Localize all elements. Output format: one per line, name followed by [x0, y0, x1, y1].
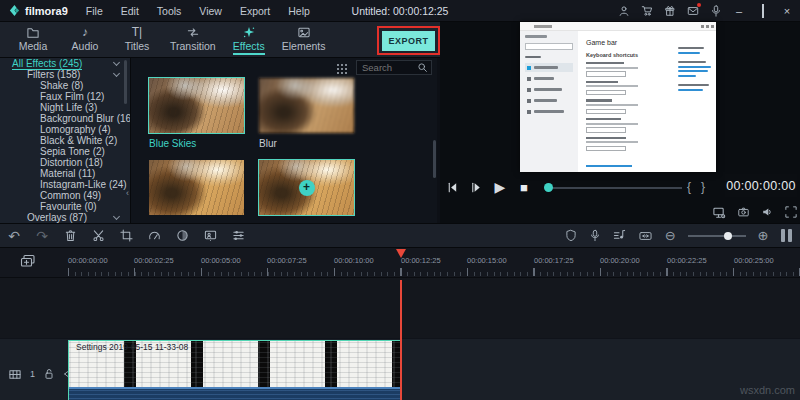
category-shake[interactable]: Shake (8)	[0, 80, 130, 91]
redo-button[interactable]: ↷	[28, 229, 56, 243]
minimize-button[interactable]: –	[732, 5, 746, 17]
settings-content: Game bar Keyboard shortcuts	[578, 31, 716, 172]
project-title: Untitled: 00:00:12:25	[250, 5, 550, 17]
timeline-zoom-slider[interactable]	[688, 231, 746, 241]
category-overlays[interactable]: Overlays (87)	[0, 212, 130, 223]
seek-track	[550, 187, 682, 189]
tab-titles[interactable]: T| Titles	[118, 22, 156, 58]
effect-thumbnail-blue-skies[interactable]	[149, 78, 244, 133]
category-all-effects[interactable]: All Effects (245)	[0, 58, 130, 69]
color-correction-icon[interactable]	[168, 229, 196, 242]
category-instagram-like[interactable]: Instagram-Like (24)	[0, 179, 130, 190]
tab-elements[interactable]: Elements	[282, 22, 326, 58]
search-input[interactable]	[357, 62, 417, 73]
account-icon[interactable]	[617, 5, 630, 18]
effects-panel: All Effects (245) Filters (158) Shake (8…	[0, 58, 437, 223]
filmora-logo-icon	[8, 4, 21, 17]
menu-view[interactable]: View	[199, 5, 222, 17]
speed-icon[interactable]	[140, 229, 168, 242]
cart-icon[interactable]	[640, 5, 653, 18]
category-material[interactable]: Material (11)	[0, 168, 130, 179]
add-effect-icon[interactable]: +	[299, 180, 315, 196]
playhead-line[interactable]	[400, 280, 402, 400]
category-black-white[interactable]: Black & White (2)	[0, 135, 130, 146]
split-scissors-icon[interactable]	[84, 229, 112, 242]
effect-thumbnail[interactable]	[149, 160, 244, 215]
effects-grid-scrollbar[interactable]	[433, 140, 436, 178]
edit-toolbar: ↶ ↷	[0, 223, 800, 248]
grid-view-icon[interactable]	[335, 62, 349, 76]
category-night-life[interactable]: Night Life (3)	[0, 102, 130, 113]
search-box	[356, 60, 432, 75]
adjust-sliders-icon[interactable]	[224, 229, 252, 242]
playhead-marker[interactable]	[396, 249, 406, 258]
category-filters[interactable]: Filters (158)	[0, 69, 130, 80]
panel-layout-icon[interactable]	[781, 229, 793, 242]
record-voiceover-icon[interactable]	[589, 229, 601, 242]
undo-button[interactable]: ↶	[0, 229, 28, 243]
category-lomography[interactable]: Lomography (4)	[0, 124, 130, 135]
delete-icon[interactable]	[56, 229, 84, 242]
next-frame-button[interactable]	[464, 181, 488, 194]
zoom-slider-handle[interactable]	[724, 232, 732, 240]
category-common[interactable]: Common (49)	[0, 190, 130, 201]
panel-collapse-icon[interactable]: ‹	[126, 188, 129, 198]
audio-mixer-icon[interactable]	[613, 229, 626, 242]
mail-icon[interactable]	[686, 5, 699, 18]
menu-edit[interactable]: Edit	[121, 5, 139, 17]
shield-icon[interactable]	[565, 229, 577, 242]
preview-panel: Game bar Keyboard shortcuts	[440, 22, 800, 223]
category-faux-film[interactable]: Faux Film (12)	[0, 91, 130, 102]
chevron-down-icon[interactable]	[113, 59, 120, 66]
category-sepia-tone[interactable]: Sepia Tone (2)	[0, 146, 130, 157]
previous-frame-button[interactable]	[440, 181, 464, 194]
search-icon[interactable]	[417, 62, 431, 73]
tab-effects[interactable]: Effects	[230, 22, 268, 58]
close-button[interactable]: ×	[780, 5, 794, 17]
fit-timeline-icon[interactable]	[638, 230, 653, 242]
tab-media[interactable]: Media	[14, 22, 52, 58]
gift-icon[interactable]	[663, 5, 676, 18]
display-settings-icon[interactable]	[712, 206, 726, 219]
clip-audio-waveform	[69, 387, 401, 400]
track-lock-icon[interactable]	[43, 368, 55, 380]
snapshot-camera-icon[interactable]	[737, 206, 750, 218]
settings-page-title: Game bar	[586, 39, 708, 46]
preview-video: Game bar Keyboard shortcuts	[520, 22, 716, 172]
seek-handle[interactable]	[544, 183, 553, 192]
effect-thumbnail-hovered[interactable]: +	[259, 160, 354, 215]
sidebar-scrollbar[interactable]	[124, 60, 127, 104]
tab-audio[interactable]: ♪ Audio	[66, 22, 104, 58]
fullscreen-icon[interactable]	[785, 206, 797, 218]
stop-button[interactable]: ■	[512, 181, 536, 194]
chevron-down-icon[interactable]	[113, 70, 120, 77]
tab-transition[interactable]: Transition	[170, 22, 216, 58]
crop-icon[interactable]	[112, 229, 140, 242]
volume-icon[interactable]	[761, 206, 774, 218]
effect-thumbnail-blur[interactable]	[259, 78, 354, 133]
motion-tracking-icon[interactable]	[196, 229, 224, 242]
seek-slider[interactable]	[542, 182, 682, 192]
chevron-down-icon[interactable]	[113, 213, 120, 220]
category-favourite[interactable]: Favourite (0)	[0, 201, 130, 212]
export-highlight-box: EXPORT	[377, 26, 440, 55]
zoom-out-button[interactable]: ⊖	[665, 229, 676, 242]
microphone-icon[interactable]	[709, 5, 722, 18]
timeline-clip[interactable]: Settings 2019-05-15 11-33-08	[68, 340, 402, 400]
track-number: 1	[30, 369, 35, 379]
category-background-blur[interactable]: Background Blur (16)	[0, 113, 130, 124]
elements-icon	[297, 25, 311, 39]
menu-file[interactable]: File	[86, 5, 103, 17]
export-button[interactable]: EXPORT	[382, 31, 435, 51]
manage-tracks-icon[interactable]	[20, 254, 36, 269]
app-logo-text: filmora9	[25, 5, 68, 17]
category-distortion[interactable]: Distortion (18)	[0, 157, 130, 168]
menu-bar: filmora9 File Edit Tools View Export Hel…	[0, 0, 800, 22]
mark-in-button[interactable]: {	[682, 180, 696, 194]
titles-icon: T|	[132, 26, 142, 39]
menu-tools[interactable]: Tools	[157, 5, 182, 17]
zoom-in-button[interactable]: ⊕	[758, 229, 769, 242]
play-button[interactable]: ▶	[488, 180, 512, 194]
maximize-button[interactable]	[756, 5, 770, 17]
mark-out-button[interactable]: }	[696, 180, 710, 194]
